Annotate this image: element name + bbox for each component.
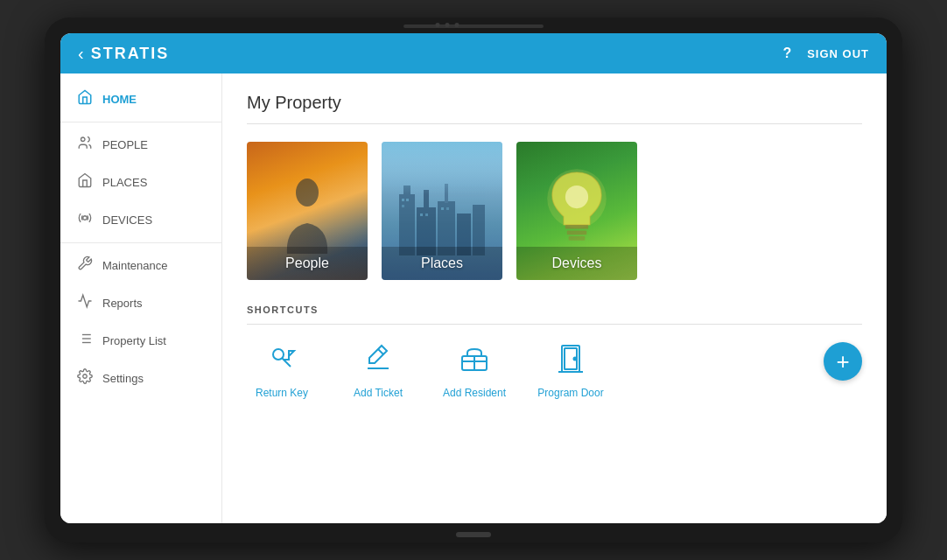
program-door-label: Program Door bbox=[537, 387, 603, 399]
camera-dot bbox=[436, 23, 440, 27]
svg-point-0 bbox=[81, 137, 86, 142]
sidebar-item-places-label: PLACES bbox=[102, 176, 147, 189]
shortcuts-header: SHORTCUTS bbox=[247, 304, 862, 315]
return-key-label: Return Key bbox=[256, 387, 308, 399]
top-bar: ‹ STRATIS ? SIGN OUT bbox=[60, 33, 887, 74]
svg-rect-19 bbox=[406, 199, 409, 201]
home-icon bbox=[76, 89, 94, 108]
people-card-label: People bbox=[247, 247, 368, 280]
svg-point-8 bbox=[83, 374, 88, 379]
sidebar-item-home-label: HOME bbox=[102, 93, 137, 106]
sidebar-item-people-label: PEOPLE bbox=[102, 138, 148, 151]
shortcut-program-door[interactable]: Program Door bbox=[536, 342, 606, 399]
svg-rect-22 bbox=[425, 214, 428, 216]
home-button[interactable] bbox=[456, 532, 491, 537]
nav-divider bbox=[60, 242, 221, 243]
return-key-icon bbox=[266, 342, 298, 380]
svg-rect-29 bbox=[569, 236, 586, 241]
svg-point-39 bbox=[574, 358, 577, 360]
svg-point-1 bbox=[83, 216, 88, 220]
content-area: My Property bbox=[222, 74, 887, 523]
svg-rect-20 bbox=[402, 205, 404, 207]
svg-rect-21 bbox=[420, 214, 423, 216]
category-card-people[interactable]: People bbox=[247, 142, 368, 280]
property-list-icon bbox=[76, 331, 94, 350]
sidebar-item-people[interactable]: PEOPLE bbox=[60, 126, 221, 164]
back-button[interactable]: ‹ bbox=[78, 44, 84, 64]
add-ticket-icon bbox=[362, 342, 394, 380]
sign-out-button[interactable]: SIGN OUT bbox=[807, 47, 869, 60]
svg-point-26 bbox=[565, 186, 588, 208]
sidebar-item-places[interactable]: PLACES bbox=[60, 164, 221, 201]
shortcut-return-key[interactable]: Return Key bbox=[247, 342, 317, 399]
shortcuts-divider bbox=[247, 324, 862, 325]
places-icon bbox=[76, 172, 94, 192]
people-icon bbox=[76, 135, 94, 154]
main-area: HOME PEOPLE bbox=[60, 74, 887, 523]
devices-card-label: Devices bbox=[516, 247, 637, 280]
sidebar-item-maintenance-label: Maintenance bbox=[102, 259, 167, 272]
svg-point-9 bbox=[296, 178, 319, 206]
devices-icon bbox=[76, 210, 94, 229]
reports-icon bbox=[76, 293, 94, 312]
sidebar-item-maintenance[interactable]: Maintenance bbox=[60, 247, 221, 284]
sidebar-item-settings-label: Settings bbox=[102, 372, 144, 385]
camera-dot bbox=[445, 23, 450, 27]
top-bar-actions: ? SIGN OUT bbox=[782, 46, 869, 61]
sidebar-item-reports[interactable]: Reports bbox=[60, 284, 221, 322]
add-resident-label: Add Resident bbox=[443, 387, 506, 399]
lightbulb-icon bbox=[544, 165, 610, 248]
sidebar-item-home[interactable]: HOME bbox=[60, 80, 221, 118]
svg-rect-24 bbox=[446, 207, 449, 210]
camera-dot bbox=[455, 23, 459, 27]
page-title: My Property bbox=[247, 93, 862, 113]
maintenance-icon bbox=[76, 256, 94, 275]
sidebar-item-property-list[interactable]: Property List bbox=[60, 322, 221, 360]
add-resident-icon bbox=[459, 342, 490, 380]
camera-area bbox=[436, 23, 459, 27]
svg-rect-27 bbox=[565, 225, 588, 229]
sidebar-item-settings[interactable]: Settings bbox=[60, 360, 221, 397]
svg-line-32 bbox=[378, 349, 383, 354]
app-title: STRATIS bbox=[91, 45, 783, 63]
category-card-devices[interactable]: Devices bbox=[516, 142, 637, 280]
shortcuts-section: SHORTCUTS Return Key bbox=[247, 304, 862, 399]
places-sky bbox=[382, 142, 502, 194]
sidebar-item-property-list-label: Property List bbox=[102, 334, 166, 347]
settings-icon bbox=[76, 368, 94, 388]
tablet-screen: ‹ STRATIS ? SIGN OUT HOME bbox=[60, 33, 887, 523]
help-button[interactable]: ? bbox=[782, 46, 791, 61]
shortcut-add-resident[interactable]: Add Resident bbox=[439, 342, 509, 399]
category-card-places[interactable]: Places bbox=[382, 142, 502, 280]
speaker-grille bbox=[403, 24, 544, 28]
nav-divider bbox=[60, 122, 221, 122]
sidebar-item-reports-label: Reports bbox=[102, 297, 143, 310]
places-card-label: Places bbox=[382, 247, 502, 280]
shortcut-add-ticket[interactable]: Add Ticket bbox=[343, 342, 413, 399]
program-door-icon bbox=[555, 342, 586, 380]
add-ticket-label: Add Ticket bbox=[354, 387, 403, 399]
tablet-device: ‹ STRATIS ? SIGN OUT HOME bbox=[45, 18, 902, 542]
svg-rect-28 bbox=[567, 230, 587, 234]
add-shortcut-button[interactable]: + bbox=[824, 342, 862, 381]
categories-row: People bbox=[247, 142, 862, 280]
sidebar: HOME PEOPLE bbox=[60, 74, 222, 523]
sidebar-item-devices[interactable]: DEVICES bbox=[60, 201, 221, 239]
svg-rect-23 bbox=[441, 207, 444, 210]
title-divider bbox=[247, 123, 862, 124]
sidebar-item-devices-label: DEVICES bbox=[102, 214, 152, 227]
shortcuts-row: Return Key Add Ticket bbox=[247, 342, 862, 399]
svg-rect-18 bbox=[402, 199, 404, 201]
